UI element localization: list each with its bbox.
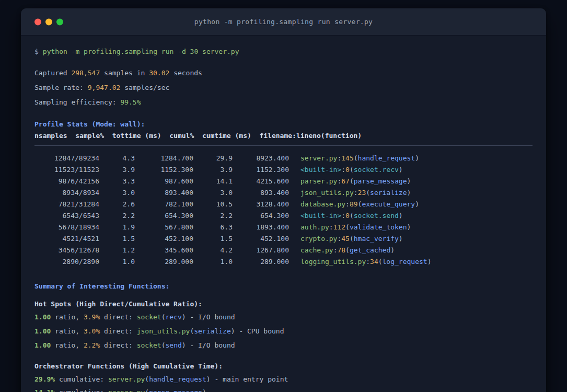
table-row: 3456/126781.2345.6004.21267.800cache.py:… <box>34 245 533 256</box>
punct: : <box>341 166 345 174</box>
cell-cumtime: 1152.300 <box>233 164 289 176</box>
orchestrator-line: 29.9% cumulative: server.py(handle_reque… <box>34 374 533 385</box>
function-name: execute_query <box>362 200 415 208</box>
cell-cumtime: 8923.400 <box>233 153 289 164</box>
close-window-button[interactable] <box>34 18 41 25</box>
profile-stats-heading: Profile Stats (Mode: wall): <box>34 119 533 130</box>
cell-sample-pct: 1.2 <box>99 245 135 256</box>
punct: ) <box>206 375 211 383</box>
cell-location: auth.py:112(validate_token) <box>300 222 411 233</box>
rate-unit: samples/sec <box>120 84 169 91</box>
punct: : <box>329 223 333 231</box>
punct: ( <box>145 388 149 392</box>
punct: ( <box>345 246 350 254</box>
cell-tottime: 654.300 <box>135 210 193 222</box>
cell-cumtime: 654.300 <box>233 210 289 222</box>
cell-cumtime: 893.400 <box>233 187 289 199</box>
punct: ) <box>399 212 403 220</box>
file-name: parser.py <box>300 177 337 185</box>
cell-sample-pct: 1.0 <box>99 256 135 268</box>
sample-count: 298,547 <box>71 69 100 77</box>
cumulative-label: cumulative: <box>55 375 108 383</box>
cell-nsamples: 7821/31284 <box>34 199 99 210</box>
minimize-window-button[interactable] <box>45 18 52 25</box>
cell-tottime: 452.100 <box>135 233 193 245</box>
punct: ) <box>182 341 186 349</box>
hotspot-note: - I/O bound <box>186 313 235 321</box>
cell-cumtime: 289.000 <box>233 256 289 268</box>
punct: ) <box>390 246 395 254</box>
punct: ( <box>350 212 354 220</box>
orchestrators-heading: Orchestrator Functions (High Cumulative … <box>34 361 533 372</box>
punct: : <box>345 200 350 208</box>
cell-cumtime: 3128.400 <box>233 199 289 210</box>
file-name: <built-in> <box>300 212 341 220</box>
command-line: $python -m profiling.sampling run -d 30 … <box>34 46 533 57</box>
table-row: 6543/65432.2654.3002.2654.300<built-in>:… <box>34 210 533 222</box>
line-number: 78 <box>337 246 345 254</box>
hotspots-heading: Hot Spots (High Direct/Cumulative Ratio)… <box>34 298 533 309</box>
cell-tottime: 1284.700 <box>135 153 193 164</box>
cell-location: logging_utils.py:34(log_request) <box>300 256 431 268</box>
file-name: auth.py <box>300 223 329 231</box>
cell-location: crypto.py:45(hmac_verify) <box>300 233 403 245</box>
ratio-value: 1.00 <box>34 327 51 335</box>
rate-label: Sample rate: <box>34 84 88 91</box>
line-number: 0 <box>345 166 350 174</box>
cell-location: json_utils.py:23(serialize) <box>300 187 411 199</box>
table-row: 9876/421563.3987.60014.14215.600parser.p… <box>34 176 533 187</box>
cell-cumul-pct: 29.9 <box>193 153 233 164</box>
cell-location: cache.py:78(get_cached) <box>300 245 395 256</box>
captured-line: Captured 298,547 samples in 30.02 second… <box>34 67 533 78</box>
file-name: database.py <box>300 200 345 208</box>
function-name: handle_request <box>358 154 415 162</box>
sample-rate-line: Sample rate: 9,947.02 samples/sec <box>34 82 533 93</box>
line-number: 145 <box>341 154 353 162</box>
punct: ) <box>231 327 235 335</box>
efficiency-label: Sampling efficiency: <box>34 98 120 106</box>
punct: ( <box>145 375 149 383</box>
cell-tottime: 1152.300 <box>135 164 193 176</box>
cumulative-pct: 14.1% <box>34 388 55 392</box>
terminal-titlebar[interactable]: python -m profiling.sampling run server.… <box>21 8 546 36</box>
captured-label: samples in <box>100 69 149 77</box>
cell-cumul-pct: 1.5 <box>193 233 233 245</box>
punct: ( <box>350 235 354 243</box>
window-controls <box>34 18 63 25</box>
hotspot-line: 1.00 ratio, 2.2% direct: socket(send) - … <box>34 340 533 351</box>
punct: ( <box>161 341 166 349</box>
cell-tottime: 345.600 <box>135 245 193 256</box>
cell-nsamples: 3456/12678 <box>34 245 99 256</box>
line-number: 67 <box>341 177 350 185</box>
file-name: crypto.py <box>300 235 337 243</box>
table-row: 7821/312842.6782.10010.53128.400database… <box>34 199 533 210</box>
punct: ) <box>415 200 419 208</box>
profile-table: 12847/892344.31284.70029.98923.400server… <box>34 153 533 268</box>
cell-cumul-pct: 3.0 <box>193 187 233 199</box>
function-name: serialize <box>194 327 230 335</box>
function-name: handle_request <box>149 375 206 383</box>
maximize-window-button[interactable] <box>56 18 63 25</box>
cell-nsamples: 4521/4521 <box>34 233 99 245</box>
cell-sample-pct: 3.0 <box>99 187 135 199</box>
target-name: socket <box>137 341 161 349</box>
direct-label: direct: <box>100 327 136 335</box>
line-number: 45 <box>341 235 350 243</box>
cell-sample-pct: 1.9 <box>99 222 135 233</box>
line-number: 34 <box>370 258 378 266</box>
cell-tottime: 567.800 <box>135 222 193 233</box>
hotspot-note: - I/O bound <box>186 341 235 349</box>
hotspot-line: 1.00 ratio, 3.9% direct: socket(recv) - … <box>34 312 533 322</box>
cell-nsamples: 11523/11523 <box>34 164 99 176</box>
cell-location: server.py:145(handle_request) <box>300 153 419 164</box>
function-name: log_request <box>383 258 427 266</box>
cell-cumul-pct: 14.1 <box>193 176 233 187</box>
cell-sample-pct: 3.9 <box>99 164 135 176</box>
punct: ) <box>399 166 403 174</box>
direct-pct: 3.9% <box>84 313 100 321</box>
cell-sample-pct: 2.6 <box>99 199 135 210</box>
cell-cumul-pct: 4.2 <box>193 245 233 256</box>
hotspot-line: 1.00 ratio, 3.0% direct: json_utils.py(s… <box>34 326 533 337</box>
target-name: server.py <box>108 375 145 383</box>
punct: ( <box>345 223 350 231</box>
